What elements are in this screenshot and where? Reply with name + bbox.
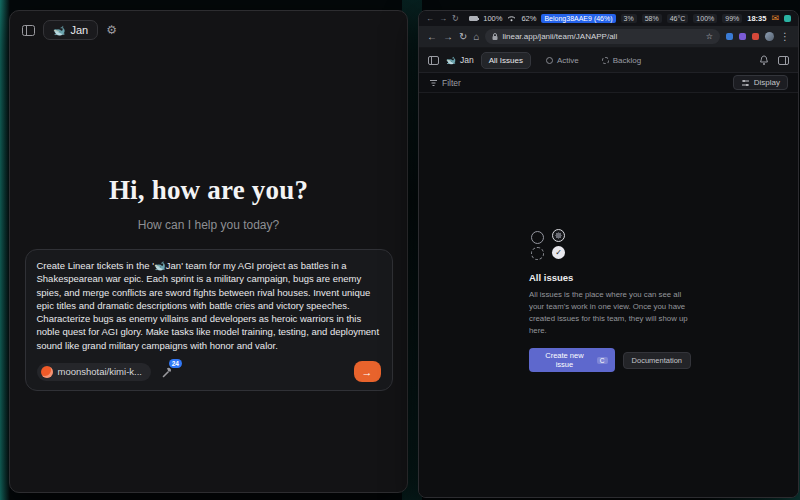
secondary-battery-percent: 62% (521, 14, 536, 23)
linear-whale-emoji: 🐋 (446, 56, 456, 65)
address-bar[interactable]: linear.app/janii/team/JANAPP/all ☆ (485, 29, 720, 44)
tab-all-issues[interactable]: All Issues (481, 52, 531, 69)
model-selector-label: moonshotai/kimi-k... (58, 366, 142, 377)
url-text: linear.app/janii/team/JANAPP/all (502, 32, 701, 41)
chat-input-card[interactable]: Create Linear tickets in the '🐋Jan' team… (25, 249, 393, 391)
right-panel-toggle-icon[interactable] (778, 56, 789, 65)
tab-active[interactable]: Active (538, 52, 587, 69)
extension-icon-blue[interactable] (726, 33, 733, 40)
tab-backlog-label: Backlog (613, 56, 641, 65)
memory-stat: 58% (642, 14, 662, 23)
status-refresh-icon[interactable]: ↻ (452, 15, 459, 23)
model-provider-icon (41, 366, 53, 378)
clock: 18:35 (747, 14, 766, 23)
linear-top-bar: 🐋 Jan All Issues Active Backlog (419, 48, 798, 73)
in-progress-status-icon (552, 229, 565, 242)
refresh-button[interactable]: ↻ (459, 32, 467, 42)
forward-button[interactable]: → (443, 32, 453, 42)
jan-main-area: Hi, how are you? How can I help you toda… (10, 49, 407, 492)
network-indicator[interactable]: Belong38AAE9 (46%) (541, 14, 615, 23)
brightness-stat: 99% (722, 14, 742, 23)
display-button[interactable]: Display (733, 75, 788, 90)
tab-all-issues-label: All Issues (489, 56, 523, 65)
greeting-heading: Hi, how are you? (109, 175, 308, 206)
volume-stat: 100% (693, 14, 717, 23)
filter-label: Filter (442, 78, 461, 88)
browser-menu-icon[interactable]: ⋮ (780, 32, 790, 42)
create-new-issue-label: Create new issue (536, 351, 593, 369)
battery-percent: 100% (483, 14, 502, 23)
done-status-icon: ✓ (552, 246, 565, 259)
home-button[interactable]: ⌂ (473, 32, 479, 42)
empty-state-actions: Create new issue C Documentation (529, 348, 691, 372)
all-issues-empty-state: ✓ All issues All issues is the place whe… (529, 231, 691, 372)
browser-toolbar: ← → ↻ ⌂ linear.app/janii/team/JANAPP/all… (419, 26, 798, 48)
linear-team-label: 🐋 Jan (446, 55, 474, 65)
mail-icon[interactable]: ✉ (771, 14, 779, 23)
create-new-issue-button[interactable]: Create new issue C (529, 348, 615, 372)
backlog-dashed-status-icon (531, 247, 544, 260)
display-label: Display (754, 78, 780, 87)
empty-state-title: All issues (529, 272, 691, 283)
display-sliders-icon (741, 79, 750, 87)
send-button[interactable]: → (354, 361, 381, 382)
status-back-icon[interactable]: ← (426, 15, 434, 23)
empty-state-description: All issues is the place where you can se… (529, 289, 691, 337)
chat-icon[interactable] (784, 15, 791, 22)
tools-count-badge: 24 (169, 359, 182, 369)
jan-team-pill[interactable]: 🐋 Jan (43, 20, 98, 40)
status-forward-icon[interactable]: → (439, 15, 447, 23)
linear-sidebar-toggle-icon[interactable] (428, 56, 439, 65)
tab-backlog[interactable]: Backlog (594, 52, 649, 69)
chat-input-toolbar: moonshotai/kimi-k... 24 → (37, 361, 381, 382)
browser-window: ← → ↻ 100% 62% Belong38AAE9 (46%) 3% 58%… (418, 10, 799, 498)
jan-app-window: 🐋 Jan ⚙ Hi, how are you? How can I help … (9, 10, 408, 493)
send-arrow-icon: → (362, 366, 373, 378)
lock-icon (492, 33, 498, 41)
profile-avatar[interactable] (765, 32, 774, 41)
extension-icon-red[interactable] (752, 33, 759, 40)
issue-status-illustration: ✓ (531, 231, 691, 260)
linear-content-area: ✓ All issues All issues is the place whe… (419, 93, 798, 497)
system-status-bar: ← → ↻ 100% 62% Belong38AAE9 (46%) 3% 58%… (419, 11, 798, 26)
model-selector[interactable]: moonshotai/kimi-k... (37, 363, 151, 381)
active-status-icon (546, 57, 553, 64)
battery-icon (469, 16, 478, 21)
wifi-icon (507, 15, 516, 22)
filter-icon (429, 79, 438, 87)
documentation-button[interactable]: Documentation (623, 352, 691, 369)
chat-input-text[interactable]: Create Linear tickets in the '🐋Jan' team… (37, 259, 381, 352)
todo-status-icon (531, 231, 544, 244)
temperature-stat: 46°C (667, 14, 689, 23)
jan-header: 🐋 Jan ⚙ (10, 11, 407, 49)
whale-emoji: 🐋 (53, 25, 65, 36)
backlog-status-icon (602, 57, 609, 64)
back-button[interactable]: ← (427, 32, 437, 42)
filter-button[interactable]: Filter (429, 78, 461, 88)
notifications-bell-icon[interactable] (759, 55, 769, 66)
greeting-subtitle: How can I help you today? (138, 218, 279, 232)
linear-header-actions (759, 55, 789, 66)
tab-active-label: Active (557, 56, 579, 65)
gear-icon[interactable]: ⚙ (106, 24, 117, 36)
linear-filter-bar: Filter Display (419, 73, 798, 93)
tools-button[interactable]: 24 (161, 366, 173, 378)
extension-icon-purple[interactable] (739, 33, 746, 40)
bookmark-star-icon[interactable]: ☆ (706, 32, 713, 41)
cpu-stat: 3% (621, 14, 637, 23)
jan-team-label: Jan (70, 24, 88, 36)
sidebar-toggle-icon[interactable] (22, 25, 35, 36)
create-shortcut-key: C (597, 357, 608, 364)
linear-team-name: Jan (460, 55, 474, 65)
